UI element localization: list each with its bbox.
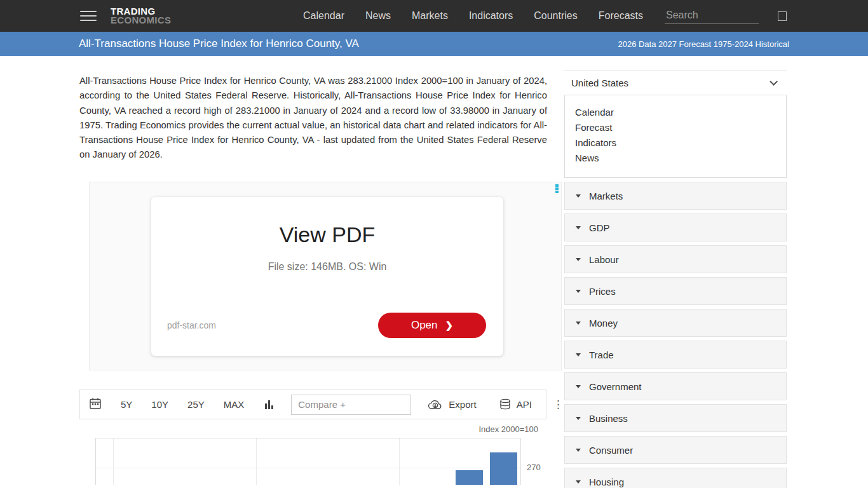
sidebar-section-prices[interactable]: Prices [564, 277, 787, 305]
chart-bar[interactable] [456, 470, 483, 485]
country-links-box: Calendar Forecast Indicators News [564, 95, 787, 178]
nav-calendar[interactable]: Calendar [303, 10, 344, 22]
country-selector[interactable]: United States [564, 70, 787, 95]
ad-card[interactable]: View PDF File size: 146MB. OS: Win pdf-s… [151, 197, 503, 356]
main-nav: Calendar News Markets Indicators Countri… [303, 10, 643, 22]
chart-toolbar: 5Y 10Y 25Y MAX Export API ⋮ [79, 390, 546, 419]
chart-type-icon[interactable] [265, 400, 273, 409]
export-label: Export [449, 399, 476, 410]
chevron-down-icon [770, 78, 778, 86]
nav-markets[interactable]: Markets [412, 10, 448, 22]
search-container [665, 8, 759, 24]
indicator-summary-paragraph: All-Transactions House Price Index for H… [79, 74, 547, 163]
caret-down-icon [576, 290, 581, 293]
sidebar-section-consumer[interactable]: Consumer [564, 436, 787, 464]
caret-down-icon [576, 258, 581, 261]
caret-down-icon [576, 322, 581, 325]
chart-units-label: Index 2000=100 [79, 424, 538, 434]
sidebar-section-trade[interactable]: Trade [564, 341, 787, 369]
ad-open-button[interactable]: Open ❯ [378, 313, 486, 338]
compare-input[interactable] [291, 395, 411, 415]
caret-down-icon [576, 480, 581, 484]
caret-down-icon [576, 353, 581, 356]
ad-domain: pdf-star.com [167, 320, 216, 330]
vertical-gridline [113, 438, 114, 485]
trading-economics-logo[interactable]: TRADING ECONOMICS [111, 7, 171, 25]
logo-line2: ECONOMICS [111, 16, 171, 25]
vertical-gridline [399, 438, 400, 485]
sidebar-link-calendar[interactable]: Calendar [575, 105, 776, 120]
ad-open-label: Open [411, 319, 438, 332]
ad-subtitle: File size: 146MB. OS: Win [151, 261, 503, 273]
calendar-icon[interactable] [89, 397, 102, 412]
ad-options-icon[interactable] [555, 184, 559, 194]
ad-heading: View PDF [151, 222, 503, 247]
advertisement-container: View PDF File size: 146MB. OS: Win pdf-s… [89, 182, 562, 370]
nav-countries[interactable]: Countries [534, 10, 577, 22]
database-icon [499, 398, 511, 411]
caret-down-icon [576, 449, 581, 452]
range-10y-button[interactable]: 10Y [151, 399, 168, 410]
page-title: All-Transactions House Price Index for H… [79, 37, 359, 50]
y-axis-tick-270: 270 [527, 463, 541, 472]
sidebar-link-news[interactable]: News [575, 151, 776, 166]
range-5y-button[interactable]: 5Y [121, 399, 132, 410]
api-label: API [517, 399, 532, 410]
horizontal-gridline-270 [96, 468, 520, 468]
nav-indicators[interactable]: Indicators [469, 10, 513, 22]
vertical-gridline [256, 438, 257, 485]
sidebar-section-money[interactable]: Money [564, 309, 787, 337]
ad-footer: pdf-star.com Open ❯ [151, 313, 503, 338]
export-button[interactable]: Export [428, 399, 476, 410]
page-title-banner: All-Transactions House Price Index for H… [0, 32, 868, 56]
chevron-right-icon: ❯ [445, 320, 454, 331]
caret-down-icon [576, 194, 581, 198]
export-cloud-icon [428, 399, 443, 410]
caret-down-icon [576, 385, 581, 388]
top-navigation-bar: TRADING ECONOMICS Calendar News Markets … [0, 0, 868, 32]
country-selector-label: United States [571, 78, 628, 88]
nav-news[interactable]: News [365, 10, 391, 22]
search-input[interactable] [665, 8, 759, 24]
kebab-menu-icon[interactable]: ⋮ [553, 400, 564, 409]
api-button[interactable]: API [499, 398, 532, 411]
range-25y-button[interactable]: 25Y [187, 399, 205, 410]
sidebar-link-forecast[interactable]: Forecast [575, 120, 776, 135]
caret-down-icon [576, 226, 581, 229]
sidebar-section-business[interactable]: Business [564, 404, 787, 432]
sidebar-section-markets[interactable]: Markets [564, 182, 787, 210]
hamburger-menu-icon[interactable] [80, 8, 97, 24]
chart-plot-area[interactable]: 270 [95, 438, 521, 485]
caret-down-icon [576, 417, 581, 420]
flag-placeholder-icon[interactable] [778, 11, 787, 21]
chart-widget: 5Y 10Y 25Y MAX Export API ⋮ Index [79, 390, 546, 485]
banner-meta-text: 2026 Data 2027 Forecast 1975-2024 Histor… [618, 39, 789, 49]
sidebar-section-government[interactable]: Government [564, 372, 787, 400]
sidebar-link-indicators[interactable]: Indicators [575, 135, 776, 151]
sidebar-section-gdp[interactable]: GDP [564, 214, 787, 241]
nav-forecasts[interactable]: Forecasts [599, 10, 643, 22]
range-max-button[interactable]: MAX [224, 399, 245, 410]
sidebar: United States Calendar Forecast Indicato… [564, 70, 787, 488]
chart-bar[interactable] [490, 452, 517, 485]
sidebar-section-housing[interactable]: Housing [564, 468, 787, 488]
sidebar-section-labour[interactable]: Labour [564, 245, 787, 273]
